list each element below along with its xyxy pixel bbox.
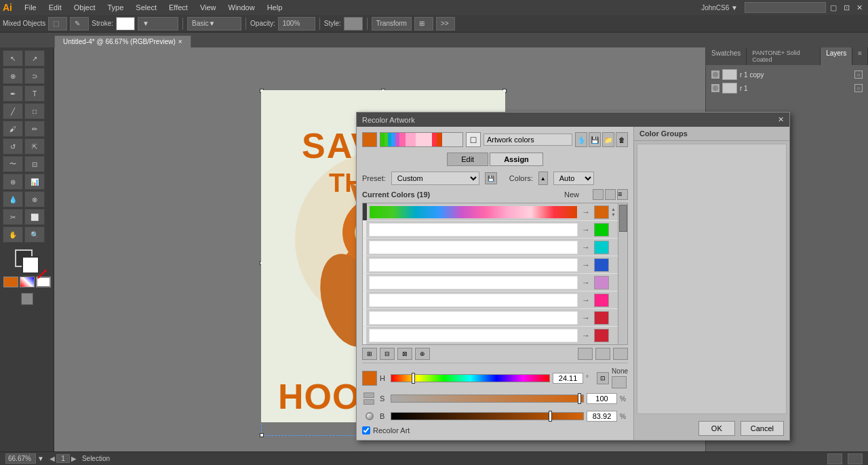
page-input[interactable]: 1 [56, 454, 70, 463]
colors-up-btn[interactable]: ▲ [538, 171, 548, 185]
select-tool[interactable]: ↖ [3, 50, 23, 66]
col-opt-btn-3[interactable]: ≡ [617, 189, 628, 200]
gradient-btn[interactable] [20, 277, 35, 287]
edit-tab[interactable]: Edit [447, 153, 488, 166]
row-bar-6[interactable] [369, 311, 578, 325]
preset-save-btn[interactable]: 💾 [485, 172, 497, 184]
swatches-tab-layers[interactable]: Layers [821, 47, 852, 65]
layer-vis-copy[interactable] [711, 70, 719, 79]
rect-tool[interactable]: □ [24, 103, 45, 119]
rotate-tool[interactable]: ↺ [3, 138, 23, 155]
color-preview-swatch[interactable] [362, 371, 377, 386]
zoom-input[interactable]: 66.67% [5, 453, 36, 464]
warp-tool[interactable]: 〜 [3, 156, 23, 172]
pencil-tool[interactable]: ✏ [24, 121, 45, 137]
transform-btn[interactable]: Transform [372, 17, 412, 31]
opacity-select[interactable]: 100% [278, 17, 315, 31]
layer-vis-main[interactable] [711, 84, 719, 92]
status-layers-btn[interactable] [848, 453, 863, 464]
none-fill-btn[interactable] [36, 277, 51, 287]
b-value-input[interactable]: 83.92 [587, 411, 617, 422]
row-up-0[interactable]: ▲ [611, 207, 618, 211]
prev-page-btn[interactable]: ◀ [50, 455, 55, 462]
zoom-arrow-btn[interactable]: ▼ [37, 455, 44, 462]
row-new-2[interactable] [594, 241, 609, 254]
grid-preview-btn[interactable] [612, 376, 627, 388]
h-slider[interactable] [391, 374, 550, 382]
more-btn[interactable]: >> [436, 17, 455, 31]
menu-object[interactable]: Object [68, 2, 101, 13]
direct-select-tool[interactable]: ↗ [24, 50, 45, 66]
color-btn-4[interactable]: ⊕ [415, 348, 430, 360]
menu-select[interactable]: Select [130, 2, 162, 13]
lasso-tool[interactable]: ⊃ [24, 68, 45, 84]
color-btn-5[interactable] [578, 348, 593, 360]
menu-help[interactable]: Help [262, 2, 288, 13]
chart-tool[interactable]: 📊 [24, 174, 45, 190]
screen-mode-btn[interactable] [21, 293, 33, 305]
menu-file[interactable]: File [19, 2, 42, 13]
scale-tool[interactable]: ⇱ [24, 138, 45, 155]
menu-effect[interactable]: Effect [163, 2, 193, 13]
assign-tab[interactable]: Assign [490, 153, 543, 166]
scrollbar-thumb[interactable] [619, 205, 627, 232]
b-slider[interactable] [391, 412, 584, 420]
eyedropper-btn[interactable]: 💧 [575, 132, 587, 147]
col-opt-btn-1[interactable] [593, 189, 604, 200]
row-new-4[interactable] [594, 276, 609, 289]
menu-window[interactable]: Window [223, 2, 260, 13]
row-new-7[interactable] [594, 329, 609, 342]
layer-lock-copy[interactable]: ○ [854, 70, 863, 79]
color-btn-7[interactable] [613, 348, 628, 360]
zoom-in-tool[interactable]: 🔍 [24, 226, 45, 243]
delete-btn[interactable]: 🗑 [616, 132, 628, 147]
row-new-6[interactable] [594, 311, 609, 325]
row-bar-1[interactable] [369, 223, 578, 237]
zoom-tool[interactable]: ⊕ [3, 68, 23, 84]
current-color-swatch[interactable] [362, 132, 377, 147]
row-new-3[interactable] [594, 258, 609, 272]
row-new-1[interactable] [594, 223, 609, 237]
symbol-tool[interactable]: ⊛ [3, 174, 23, 190]
selection-tool-btn[interactable]: ⬚ [48, 17, 67, 31]
preset-select[interactable]: Custom [391, 171, 479, 185]
menu-edit[interactable]: Edit [43, 2, 67, 13]
hand-tool[interactable]: ✋ [3, 226, 23, 243]
row-new-0[interactable] [594, 205, 609, 219]
color-fill-btn[interactable] [3, 277, 18, 287]
stroke-swatch-2[interactable] [22, 256, 39, 274]
dialog-close-btn[interactable]: ✕ [778, 115, 784, 124]
row-bar-4[interactable] [369, 276, 578, 289]
row-bar-5[interactable] [369, 294, 578, 307]
style-select[interactable]: Basic ▼ [187, 17, 241, 31]
type-tool[interactable]: T [24, 85, 45, 102]
artwork-colors-field[interactable]: Artwork colors [484, 134, 572, 146]
free-transform-tool[interactable]: ⊡ [24, 156, 45, 172]
h-value-input[interactable]: 24.11 [553, 373, 583, 384]
stroke-width-select[interactable]: ▼ [138, 17, 178, 31]
pen-tool[interactable]: ✒ [3, 85, 23, 102]
row-bar-7[interactable] [369, 329, 578, 342]
eyedropper-tool[interactable]: 💧 [3, 191, 23, 207]
row-new-5[interactable] [594, 294, 609, 307]
col-opt-btn-2[interactable] [605, 189, 616, 200]
status-grid-btn[interactable] [827, 453, 842, 464]
menu-view[interactable]: View [195, 2, 222, 13]
swatches-options-btn[interactable]: ≡ [852, 47, 868, 65]
paintbrush-tool[interactable]: 🖌 [3, 121, 23, 137]
arrange-btn[interactable]: ⊞ [414, 17, 433, 31]
s-slider[interactable] [391, 395, 584, 403]
cancel-button[interactable]: Cancel [741, 421, 784, 436]
ok-button[interactable]: OK [698, 421, 735, 436]
eraser-tool[interactable]: ⬜ [24, 209, 45, 225]
menu-type[interactable]: Type [102, 2, 130, 13]
line-tool[interactable]: ╱ [3, 103, 23, 119]
row-dn-0[interactable]: ▼ [611, 212, 618, 217]
layer-lock-main[interactable]: ○ [854, 84, 863, 92]
slice-tool[interactable]: ✂ [3, 209, 23, 225]
doc-tab-active[interactable]: Untitled-4* @ 66.67% (RGB/Preview) × [54, 35, 191, 47]
color-rows-scrollbar[interactable] [618, 203, 627, 344]
paint-btn[interactable]: ✎ [70, 17, 89, 31]
recolor-art-checkbox[interactable] [362, 426, 370, 434]
style-swatch[interactable] [344, 17, 363, 31]
